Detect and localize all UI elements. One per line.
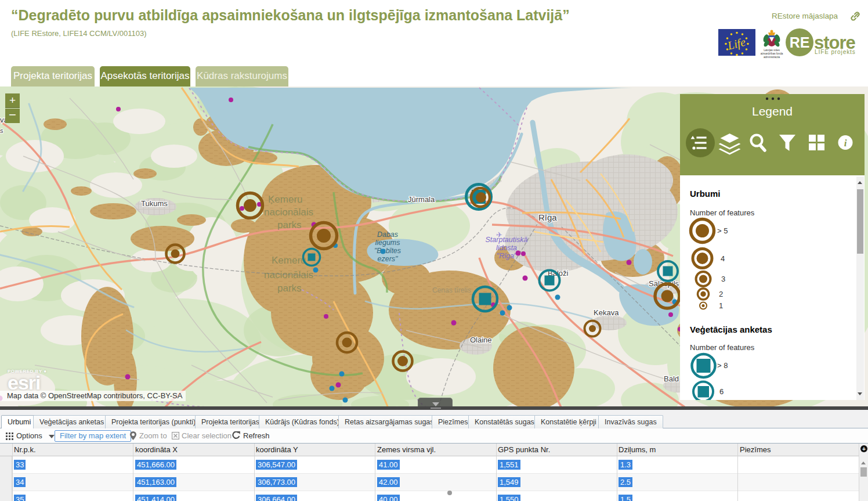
svg-text:Rīga: Rīga — [538, 212, 557, 222]
svg-text:Bald: Bald — [664, 374, 679, 383]
svg-text:i: i — [844, 138, 847, 149]
svg-text:Kekava: Kekava — [594, 308, 619, 317]
svg-text:nacionālais: nacionālais — [264, 207, 313, 218]
svg-text:Starptautiskā: Starptautiskā — [486, 236, 528, 244]
svg-text:4: 4 — [721, 254, 725, 263]
svg-text:aizsardzības fonda: aizsardzības fonda — [761, 52, 783, 55]
svg-text:Veģetācijas anketas: Veģetācijas anketas — [690, 325, 772, 334]
svg-text:Olaine: Olaine — [470, 336, 492, 344]
svg-text:liegums: liegums — [375, 239, 400, 247]
svg-text:> 5: > 5 — [717, 226, 728, 235]
svg-text:Urbumi: Urbumi — [690, 189, 721, 199]
svg-text:3: 3 — [721, 275, 725, 283]
svg-text:LIFE projekts: LIFE projekts — [815, 49, 856, 55]
svg-text:parks: parks — [277, 283, 302, 294]
svg-text:Number of features: Number of features — [690, 343, 755, 352]
svg-text:"Babītes: "Babītes — [374, 247, 401, 255]
svg-text:Jūrmala: Jūrmala — [408, 195, 435, 204]
svg-text:Cenas tīrelis: Cenas tīrelis — [432, 286, 471, 294]
svg-text:Dabas: Dabas — [377, 230, 398, 239]
svg-text:ezers": ezers" — [377, 255, 398, 263]
svg-text:administrācija: administrācija — [764, 56, 780, 58]
svg-text:Tukums: Tukums — [141, 199, 168, 208]
svg-text:nacionālais: nacionālais — [264, 269, 313, 280]
svg-text:Ķemeru: Ķemeru — [268, 194, 303, 205]
svg-text:RE: RE — [790, 34, 810, 51]
svg-text:parks: parks — [277, 219, 302, 230]
svg-text:✈: ✈ — [496, 230, 502, 239]
svg-text:6: 6 — [719, 387, 724, 396]
svg-text:s: s — [0, 127, 3, 134]
svg-text:Kemeru: Kemeru — [272, 255, 306, 266]
svg-text:2: 2 — [719, 290, 723, 298]
svg-text:1: 1 — [719, 301, 723, 310]
svg-text:Number of features: Number of features — [690, 208, 755, 217]
svg-text:Latvijas vides: Latvijas vides — [764, 49, 780, 52]
svg-text:> 8: > 8 — [717, 361, 728, 370]
svg-text:lidosta: lidosta — [496, 244, 517, 252]
svg-text:"Rīga": "Rīga" — [497, 252, 517, 260]
